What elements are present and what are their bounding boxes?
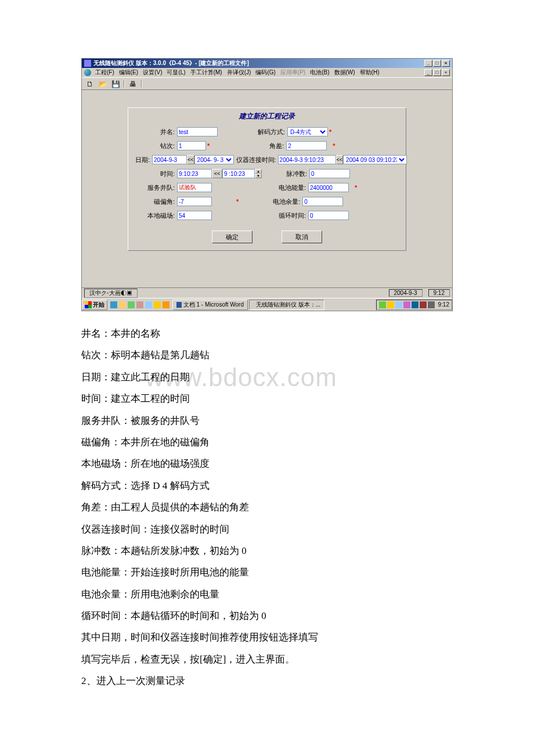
menu-apply[interactable]: 应用率(P) [279, 68, 307, 77]
globe-icon [84, 69, 91, 76]
date-copy-button[interactable]: << [187, 155, 194, 164]
date-input[interactable] [152, 155, 187, 164]
doc-line: 服务井队：被服务的井队号 [81, 410, 453, 431]
date-picker[interactable]: 2004- 9- 3 [194, 155, 234, 164]
close-button[interactable]: × [442, 60, 450, 67]
quick-launch [110, 301, 170, 309]
minimize-button[interactable]: _ [424, 60, 432, 67]
service-team-input[interactable] [177, 183, 212, 192]
task-word[interactable]: 文档 1 - Microsoft Word [172, 300, 248, 310]
menu-battery[interactable]: 电池(B) [308, 68, 331, 77]
ql-icon[interactable] [153, 301, 161, 309]
time-spin-input[interactable] [222, 169, 255, 178]
system-tray: 9:12 [376, 300, 452, 310]
battery-remain-input[interactable] [302, 197, 343, 206]
menu-manual-calc[interactable]: 手工计算(M) [189, 68, 224, 77]
angle-diff-input[interactable] [286, 141, 327, 150]
menu-edit[interactable]: 编辑(E) [117, 68, 140, 77]
doc-line: 电池余量：所用电池剩余的电量 [81, 584, 453, 605]
required-star: * [236, 198, 239, 205]
tray-icon[interactable] [395, 301, 402, 308]
menu-visible[interactable]: 可显(L) [165, 68, 187, 77]
drill-times-input[interactable] [177, 141, 206, 150]
menu-data[interactable]: 数据(W) [333, 68, 357, 77]
doc-line: 2、进入上一次测量记录 [81, 670, 453, 692]
well-name-input[interactable] [177, 127, 218, 136]
doc-line: 填写完毕后，检查无误，按[确定]，进入主界面。 [81, 649, 453, 670]
ql-icon[interactable] [162, 301, 170, 309]
ql-icon[interactable] [136, 301, 144, 309]
cancel-button[interactable]: 取消 [282, 231, 322, 243]
label-conn-time: 仪器连接时间: [236, 156, 278, 164]
time-copy-button[interactable]: << [212, 169, 222, 178]
app-icon [84, 60, 91, 67]
label-angle-diff: 角差: [251, 142, 286, 150]
tray-icon[interactable] [412, 301, 418, 308]
decode-mode-select[interactable]: D-4方式 [287, 127, 328, 136]
menu-eval[interactable]: 并译仪(J) [225, 68, 253, 77]
menu-help[interactable]: 帮助(H) [358, 68, 381, 77]
required-star: * [329, 128, 331, 135]
local-field-input[interactable] [177, 211, 212, 220]
label-local-field: 本地磁场: [135, 211, 177, 220]
ql-icon[interactable] [145, 301, 153, 309]
time-input[interactable] [177, 169, 212, 178]
save-icon[interactable]: 💾 [110, 79, 121, 89]
time-spinner[interactable]: ▲▼ [255, 169, 262, 178]
mdi-maximize-button[interactable]: □ [433, 69, 441, 76]
ok-button[interactable]: 确定 [212, 231, 252, 243]
doc-line: 日期：建立此工程的日期 [81, 366, 453, 388]
label-mag-decl: 磁偏角: [135, 197, 177, 206]
ql-icon[interactable] [127, 301, 135, 309]
conn-time-input[interactable] [278, 155, 336, 164]
pulse-count-input[interactable] [309, 169, 350, 178]
label-service-team: 服务井队: [135, 183, 177, 192]
doc-line: 解码方式：选择 D 4 解码方式 [81, 475, 453, 496]
doc-line: 其中日期，时间和仪器连接时间推荐使用按钮选择填写 [81, 627, 453, 648]
doc-line: 磁偏角：本井所在地的磁偏角 [81, 431, 453, 453]
required-star: * [333, 142, 335, 149]
open-icon[interactable]: 📂 [97, 79, 109, 89]
tray-icon[interactable] [379, 301, 386, 308]
label-battery-remain: 电池余量: [268, 197, 302, 206]
task-app[interactable]: 无线随钻测斜仪 版本：... [249, 300, 324, 310]
titlebar: 无线随钻测斜仪 版本：3.0.0《D-4 45》- [建立新的工程文件] _ □… [82, 59, 452, 68]
label-decode-mode: 解码方式: [252, 128, 287, 136]
tray-icon[interactable] [428, 301, 435, 308]
conn-time-picker[interactable]: 2004 09 03 09:10:23 [343, 155, 407, 164]
conn-time-copy-button[interactable]: << [336, 155, 344, 164]
dialog-panel: 建立新的工程记录 井名: 解码方式: D-4方式 * 钻次 [128, 107, 406, 251]
tray-icon[interactable] [420, 301, 427, 308]
doc-line: 井名：本井的名称 [81, 323, 453, 344]
ql-icon[interactable] [110, 301, 118, 309]
menubar: 工程(F) 编辑(E) 设置(V) 可显(L) 手工计算(M) 并译仪(J) 编… [82, 68, 452, 77]
blank-tool[interactable] [145, 79, 156, 89]
toolbar: 🗋 📂 💾 🖶 [82, 77, 452, 90]
taskbar: 开始 文档 1 - Microsoft Word 无线 [82, 298, 452, 311]
mdi-close-button[interactable]: × [442, 69, 450, 76]
label-time: 时间: [135, 170, 177, 178]
doc-line: 电池能量：开始连接时所用电池的能量 [81, 561, 453, 583]
task-app-label: 无线随钻测斜仪 版本：... [256, 301, 320, 309]
print-icon[interactable]: 🖶 [127, 79, 139, 89]
status-time: 9:12 [428, 289, 450, 297]
maximize-button[interactable]: □ [433, 60, 441, 67]
required-star: * [207, 142, 210, 149]
battery-energy-input[interactable] [308, 183, 349, 192]
mag-decl-input[interactable] [177, 197, 212, 206]
mdi-minimize-button[interactable]: _ [424, 69, 432, 76]
cycle-time-input[interactable] [308, 211, 349, 220]
windows-icon [85, 301, 92, 308]
label-drill-times: 钻次: [135, 142, 177, 150]
new-icon[interactable]: 🗋 [84, 79, 96, 89]
tray-icon[interactable] [403, 301, 410, 308]
menu-codec[interactable]: 编码(G) [254, 68, 277, 77]
globe-icon [253, 302, 254, 308]
ql-icon[interactable] [118, 301, 127, 309]
start-button[interactable]: 开始 [82, 300, 107, 310]
menu-project[interactable]: 工程(F) [93, 68, 116, 77]
status-date: 2004-9-3 [389, 289, 423, 297]
tray-icon[interactable] [387, 301, 394, 308]
menu-settings[interactable]: 设置(V) [141, 68, 164, 77]
window-title: 无线随钻测斜仪 版本：3.0.0《D-4 45》- [建立新的工程文件] [93, 59, 249, 67]
